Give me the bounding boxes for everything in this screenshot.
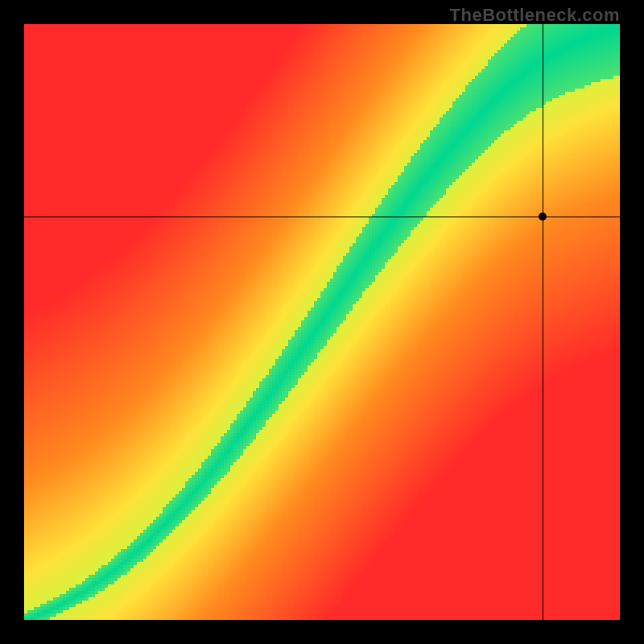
heatmap-canvas	[24, 24, 620, 620]
selection-marker	[539, 213, 547, 221]
watermark-text: TheBottleneck.com	[450, 5, 620, 26]
crosshair-vertical	[543, 24, 543, 620]
heatmap-plot	[24, 24, 620, 620]
crosshair-horizontal	[24, 217, 620, 217]
chart-frame: TheBottleneck.com	[0, 0, 644, 644]
